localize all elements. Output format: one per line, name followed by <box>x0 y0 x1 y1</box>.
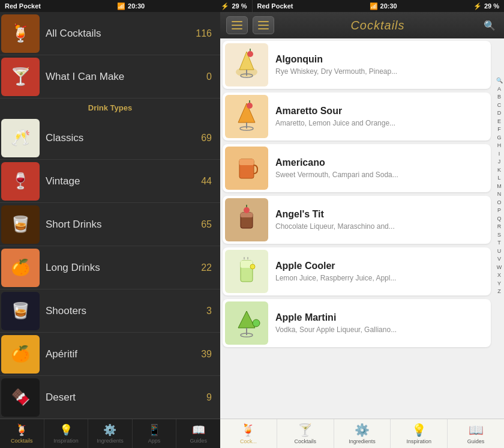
alpha-p[interactable]: P <box>497 207 501 215</box>
right-tab-ingredients2[interactable]: ⚙️ Ingredients <box>334 419 391 448</box>
alpha-i[interactable]: I <box>499 150 500 159</box>
cocktail-item-angels-tit[interactable]: Angel's Tit Chocolate Liqueur, Maraschin… <box>223 196 491 244</box>
count-vintage: 44 <box>201 176 220 187</box>
left-tab-ingredients-label: Ingredients <box>97 438 124 444</box>
cocktail-item-apple-martini[interactable]: Apple Martini Vodka, Sour Apple Liqueur,… <box>223 299 491 347</box>
count-short-drinks: 65 <box>201 219 220 230</box>
list-item-vintage[interactable]: 🍷 Vintage 44 <box>0 160 220 203</box>
list-item-aperitif[interactable]: 🍊 Apéritif 39 <box>0 333 220 376</box>
alpha-k[interactable]: K <box>497 166 501 175</box>
alpha-z[interactable]: Z <box>497 288 501 296</box>
cocktail-name-apple-martini: Apple Martini <box>275 312 486 323</box>
right-tab-cocktails2[interactable]: 🍸 Cocktails <box>277 419 334 448</box>
list-item-short-drinks[interactable]: 🥃 Short Drinks 65 <box>0 203 220 246</box>
left-tab-inspiration[interactable]: 💡 Inspiration <box>44 419 89 448</box>
thumb-aperitif-wrap: 🍊 <box>0 333 41 376</box>
thumb-long-drinks: 🍊 <box>1 249 40 287</box>
list-item-long-drinks[interactable]: 🍊 Long Drinks 22 <box>0 246 220 289</box>
alpha-d[interactable]: D <box>497 109 502 118</box>
status-icons-right: 📶 20:30 <box>370 2 397 10</box>
carrier-right: Red Pocket <box>257 2 293 10</box>
search-button[interactable]: 🔍 <box>481 17 498 34</box>
alpha-j[interactable]: J <box>498 158 501 166</box>
right-tab-cocktails[interactable]: 🍹 Cock... <box>220 419 277 448</box>
battery-left: 29 % <box>232 2 247 10</box>
count-shooters: 3 <box>206 306 220 316</box>
menu-button-2[interactable] <box>253 16 274 34</box>
alpha-t[interactable]: T <box>497 239 501 247</box>
right-tab-guides2[interactable]: 📖 Guides <box>448 419 504 448</box>
status-bar: Red Pocket 📶 20:30 ⚡ 29 % Red Pocket 📶 2… <box>0 0 504 12</box>
alpha-b[interactable]: B <box>497 93 501 101</box>
cocktail-ingredients-angels: Chocolate Liqueur, Maraschino and... <box>275 222 486 231</box>
cocktail-info-americano: Americano Sweet Vermouth, Campari and So… <box>271 144 491 192</box>
alpha-r[interactable]: R <box>497 223 502 231</box>
alpha-g[interactable]: G <box>497 134 501 142</box>
cocktail-item-apple-cooler[interactable]: Apple Cooler Lemon Juice, Raspberry Juic… <box>223 247 491 295</box>
alpha-f[interactable]: F <box>497 126 501 134</box>
alpha-s[interactable]: S <box>497 231 501 240</box>
left-tab-apps[interactable]: 📱 Apps <box>133 419 177 448</box>
right-tab-inspiration2[interactable]: 💡 Inspiration <box>391 419 448 448</box>
alpha-h[interactable]: H <box>497 142 502 150</box>
count-long-drinks: 22 <box>201 262 220 273</box>
alpha-c[interactable]: C <box>497 101 502 110</box>
menu-button-1[interactable] <box>226 16 248 34</box>
cocktail-info-apple-martini: Apple Martini Vodka, Sour Apple Liqueur,… <box>271 299 491 347</box>
alpha-v[interactable]: V <box>497 255 501 264</box>
right-tab-bar: 🍹 Cock... 🍸 Cocktails ⚙️ Ingredients 💡 I… <box>220 419 504 448</box>
cocktail-name-amaretto: Amaretto Sour <box>275 106 486 117</box>
battery-icons-left: ⚡ 29 % <box>221 2 247 10</box>
thumb-desert-wrap: 🍫 <box>0 376 41 419</box>
bluetooth-right: ⚡ <box>473 2 482 10</box>
cocktail-thumb-algonquin <box>225 43 268 86</box>
left-panel: 🍹 All Cocktails 116 🍸 What I Can Make 0 … <box>0 12 220 448</box>
svg-point-15 <box>244 207 250 213</box>
alpha-e[interactable]: E <box>497 118 501 126</box>
list-item-what-i-can-make[interactable]: 🍸 What I Can Make 0 <box>0 55 220 98</box>
cocktail-item-amaretto-sour[interactable]: Amaretto Sour Amaretto, Lemon Juice and … <box>223 92 491 141</box>
menu-line-6 <box>258 28 269 29</box>
cocktail-info-angels: Angel's Tit Chocolate Liqueur, Maraschin… <box>271 196 491 244</box>
left-tab-ingredients[interactable]: ⚙️ Ingredients <box>88 419 133 448</box>
list-item-classics[interactable]: 🥂 Classics 69 <box>0 117 220 160</box>
status-bar-left: Red Pocket 📶 20:30 ⚡ 29 % <box>0 0 253 12</box>
alpha-a[interactable]: A <box>497 85 501 94</box>
cocktail-item-algonquin[interactable]: Algonquin Rye Whiskey, Dry Vermouth, Pin… <box>223 41 491 89</box>
cocktail-info-amaretto: Amaretto Sour Amaretto, Lemon Juice and … <box>271 92 491 141</box>
alpha-l[interactable]: L <box>497 174 500 183</box>
list-item-all-cocktails[interactable]: 🍹 All Cocktails 116 <box>0 12 220 55</box>
alpha-o[interactable]: O <box>497 199 501 207</box>
alpha-x[interactable]: X <box>497 271 501 280</box>
alpha-m[interactable]: M <box>497 183 502 191</box>
left-tab-bar: 🍹 Cocktails 💡 Inspiration ⚙️ Ingredients… <box>0 419 220 448</box>
right-panel-wrapper: Cocktails 🔍 <box>220 12 504 448</box>
alpha-w[interactable]: W <box>497 264 502 272</box>
left-list: 🍹 All Cocktails 116 🍸 What I Can Make 0 … <box>0 12 220 419</box>
cocktail-thumb-amaretto-wrap <box>223 92 271 141</box>
alpha-u[interactable]: U <box>497 247 502 256</box>
cocktail-info-algonquin: Algonquin Rye Whiskey, Dry Vermouth, Pin… <box>271 41 491 89</box>
label-long-drinks: Long Drinks <box>41 262 201 274</box>
label-all-cocktails: All Cocktails <box>41 28 196 40</box>
battery-right: 29 % <box>484 2 499 10</box>
left-tab-guides-icon: 📖 <box>192 423 205 437</box>
list-item-desert[interactable]: 🍫 Desert 9 <box>0 376 220 419</box>
left-tab-cocktails[interactable]: 🍹 Cocktails <box>0 419 44 448</box>
cocktail-thumb-amaretto <box>225 95 268 138</box>
left-tab-guides[interactable]: 📖 Guides <box>176 419 220 448</box>
thumb-all-cocktails: 🍹 <box>1 14 40 53</box>
label-desert: Desert <box>41 392 206 404</box>
list-item-shooters[interactable]: 🥃 Shooters 3 <box>0 289 220 333</box>
alpha-q[interactable]: Q <box>497 215 501 223</box>
alpha-search[interactable]: 🔍 <box>496 77 503 85</box>
cocktail-thumb-apple-cooler-wrap <box>223 247 271 295</box>
battery-icons-right: ⚡ 29 % <box>473 2 499 10</box>
alpha-n[interactable]: N <box>497 190 502 199</box>
menu-line-3 <box>232 28 242 29</box>
cocktail-item-americano[interactable]: Americano Sweet Vermouth, Campari and So… <box>223 144 491 192</box>
right-panel: Cocktails 🔍 <box>220 12 504 448</box>
right-tab-ingredients2-label: Ingredients <box>349 438 376 444</box>
alpha-y[interactable]: Y <box>497 280 501 288</box>
list-item-thumb-what: 🍸 <box>0 55 41 98</box>
